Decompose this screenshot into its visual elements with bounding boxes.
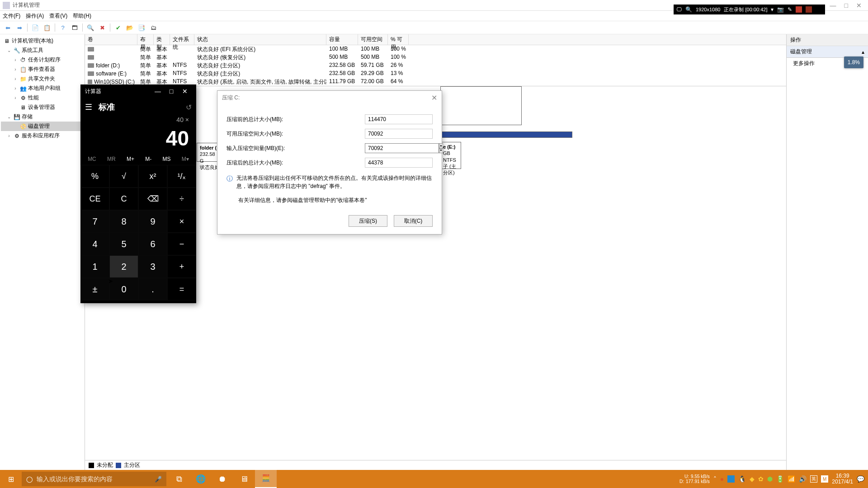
key-decimal[interactable]: . — [138, 278, 167, 300]
key-divide[interactable]: ÷ — [167, 188, 196, 210]
tree-eventviewer[interactable]: ›📋事件查看器 — [1, 65, 84, 74]
nav-tree[interactable]: 🖥计算机管理(本地) ⌄🔧系统工具 ›⏱任务计划程序 ›📋事件查看器 ›📁共享文… — [0, 34, 85, 470]
stop-button[interactable] — [806, 6, 812, 13]
tray-up-icon[interactable]: ˄ — [713, 475, 717, 483]
tray-icon[interactable]: ◆ — [750, 475, 755, 483]
mem-mlist[interactable]: M▾ — [182, 156, 189, 162]
key-3[interactable]: 3 — [138, 255, 167, 278]
tree-systools[interactable]: ⌄🔧系统工具 — [1, 46, 84, 55]
col-capacity[interactable]: 容量 — [326, 34, 358, 45]
key-add[interactable]: + — [167, 255, 196, 278]
key-sqrt[interactable]: √ — [109, 165, 138, 188]
tray-icon[interactable]: 🐧 — [738, 475, 746, 483]
toolbar-icon[interactable]: 📋 — [42, 23, 52, 33]
key-1[interactable]: 1 — [80, 255, 109, 278]
spin-up[interactable]: ▲ — [439, 143, 443, 148]
tray-notifications-icon[interactable]: 💬 — [857, 475, 864, 483]
taskview-button[interactable]: ⧉ — [168, 470, 190, 488]
key-8[interactable]: 8 — [109, 210, 138, 233]
key-square[interactable]: x² — [138, 165, 167, 188]
magnify-icon[interactable]: 🔍 — [685, 6, 692, 13]
tray-icon[interactable]: ● — [720, 475, 724, 483]
mem-mr[interactable]: MR — [107, 156, 116, 162]
tray-ime-lang[interactable]: 英 — [810, 475, 817, 483]
cortana-search[interactable]: ◯ 🎤 — [22, 472, 166, 486]
taskbar-calculator[interactable]: 🧮 — [255, 470, 277, 488]
tree-scheduler[interactable]: ›⏱任务计划程序 — [1, 55, 84, 65]
refresh-icon[interactable]: 🔍 — [85, 23, 95, 33]
key-negate[interactable]: ± — [80, 278, 109, 300]
tray-icon[interactable]: ✿ — [758, 475, 764, 483]
tray-ime-mode[interactable]: M — [821, 475, 828, 483]
shrink-amount-field[interactable] — [365, 143, 439, 153]
minimize-button[interactable]: — — [830, 2, 836, 9]
col-volume[interactable]: 卷 — [85, 34, 137, 45]
tree-shared[interactable]: ›📁共享文件夹 — [1, 74, 84, 84]
key-multiply[interactable]: × — [167, 210, 196, 233]
search-input[interactable] — [37, 475, 151, 483]
shrink-amount-input[interactable]: ▲▼ — [365, 143, 433, 153]
spin-down[interactable]: ▼ — [439, 148, 443, 153]
toolbar-icon[interactable]: 📄 — [30, 23, 40, 33]
key-2[interactable]: 2 — [109, 255, 138, 278]
tree-users[interactable]: ›👥本地用户和组 — [1, 84, 84, 93]
key-backspace[interactable]: ⌫ — [138, 188, 167, 210]
key-inverse[interactable]: ¹/ₓ — [167, 165, 196, 188]
pencil-icon[interactable]: ✎ — [788, 6, 792, 13]
back-button[interactable]: ⬅ — [3, 23, 13, 33]
calc-close[interactable]: ✕ — [178, 88, 192, 95]
menu-action[interactable]: 操作(A) — [26, 12, 44, 20]
tree-storage[interactable]: ⌄💾存储 — [1, 112, 84, 122]
tray-battery-icon[interactable]: 🔋 — [776, 475, 784, 483]
mem-mminus[interactable]: M- — [145, 156, 151, 162]
calc-minimize[interactable]: — — [151, 88, 165, 95]
toolbar-icon[interactable]: 🗔 — [70, 23, 80, 33]
menu-view[interactable]: 查看(V) — [49, 12, 67, 20]
menu-help[interactable]: 帮助(H) — [73, 12, 91, 20]
key-subtract[interactable]: − — [167, 233, 196, 255]
recorder-overlay[interactable]: 🖵 🔍 868x488 正在录制 [00:00:42] ▾ 📷 ✎ — [674, 5, 825, 14]
tray-wifi-icon[interactable]: 📶 — [788, 475, 795, 483]
tray-clock[interactable]: 16:392017/4/1 — [832, 473, 853, 485]
disk-slot-e[interactable]: e (E:)GB NTFS子 (主分区) — [440, 142, 461, 169]
tree-perf[interactable]: ›⚙性能 — [1, 93, 84, 103]
menu-file[interactable]: 文件(F) — [3, 12, 20, 20]
taskbar-chrome[interactable]: 🌐 — [190, 470, 212, 488]
delete-icon[interactable]: ✖ — [97, 23, 107, 33]
col-fs[interactable]: 文件系统 — [170, 34, 194, 45]
col-layout[interactable]: 布局 — [137, 34, 154, 45]
mem-mplus[interactable]: M+ — [127, 156, 134, 162]
col-type[interactable]: 类型 — [154, 34, 170, 45]
toolbar-icon[interactable]: 📂 — [125, 23, 135, 33]
dropdown-icon[interactable]: ▾ — [771, 6, 774, 13]
tray-volume-icon[interactable]: 🔊 — [799, 475, 807, 483]
start-button[interactable]: ⊞ — [0, 470, 22, 488]
shrink-button[interactable]: 压缩(S) — [349, 215, 387, 227]
monitor-icon[interactable]: 🖵 — [676, 6, 682, 13]
taskbar[interactable]: ⊞ ◯ 🎤 ⧉ 🌐 ⏺ 🖥 🧮 U:9.55 kB/s D:177.91 kB/… — [0, 470, 868, 488]
col-free[interactable]: 可用空间 — [358, 34, 388, 45]
toolbar-icon[interactable]: 📑 — [137, 23, 146, 33]
tray-icon[interactable]: ⬢ — [767, 475, 773, 483]
forward-button[interactable]: ➡ — [14, 23, 24, 33]
col-status[interactable]: 状态 — [194, 34, 326, 45]
key-5[interactable]: 5 — [109, 233, 138, 255]
key-7[interactable]: 7 — [80, 210, 109, 233]
tree-diskmgmt[interactable]: 📀磁盘管理 — [1, 122, 84, 131]
collapse-icon[interactable]: ▴ — [862, 49, 864, 55]
col-pct[interactable]: % 可用 — [388, 34, 409, 45]
taskbar-recorder[interactable]: ⏺ — [212, 470, 233, 488]
key-percent[interactable]: % — [80, 165, 109, 188]
table-row[interactable]: 简单基本 状态良好 (EFI 系统分区) 100 MB100 MB100 % — [85, 45, 786, 53]
camera-icon[interactable]: 📷 — [777, 6, 784, 13]
help-icon[interactable]: ? — [58, 23, 68, 33]
table-row[interactable]: folder (D:) 简单基本 NTFS状态良好 (主分区) 232.58 G… — [85, 61, 786, 70]
toolbar-icon[interactable]: ✔ — [113, 23, 123, 33]
key-9[interactable]: 9 — [138, 210, 167, 233]
calc-maximize[interactable]: □ — [165, 88, 178, 95]
system-tray[interactable]: U:9.55 kB/s D:177.91 kB/s ˄ ● 🐧 ◆ ✿ ⬢ 🔋 … — [676, 473, 868, 485]
key-6[interactable]: 6 — [138, 233, 167, 255]
mic-icon[interactable]: 🎤 — [155, 476, 162, 483]
history-icon[interactable]: ↺ — [186, 103, 192, 112]
record-button[interactable] — [796, 6, 802, 13]
